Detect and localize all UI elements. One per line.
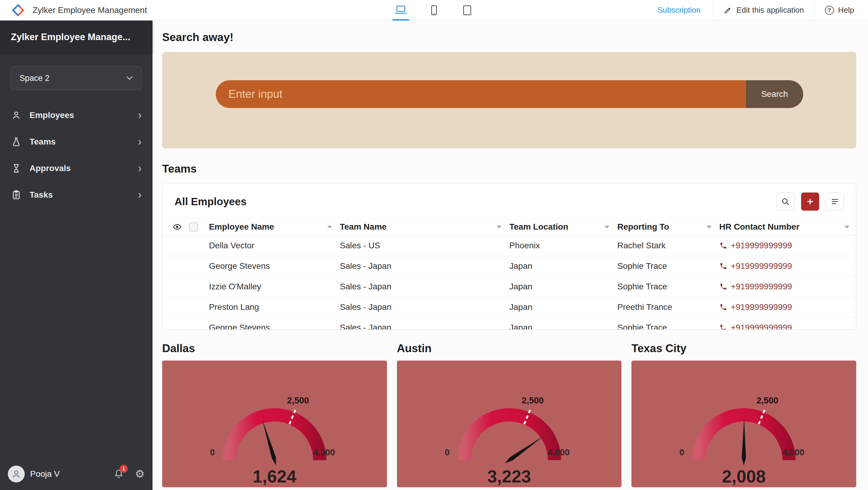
chevron-right-icon: ›	[138, 136, 142, 147]
gauge-card: 2,500 0 4,000 3,223	[397, 361, 622, 487]
row-controls-cell	[162, 235, 208, 256]
device-tab-tablet[interactable]	[458, 0, 477, 21]
cell-hr-contact[interactable]: +919999999999	[718, 256, 856, 277]
table-row-partial[interactable]: George Stevens Sales - Japan Japan Sophi…	[162, 317, 856, 330]
phone-icon	[719, 262, 727, 270]
search-button[interactable]: Search	[746, 80, 803, 108]
add-record-button[interactable]	[801, 193, 819, 211]
main-content: Search away! Search Teams All Employees	[153, 21, 868, 490]
column-header-team-name[interactable]: Team Name	[339, 219, 508, 235]
help-button[interactable]: ? Help	[815, 0, 864, 20]
sidebar-item-label: Employees	[30, 110, 74, 120]
gauge-max-label: 4,000	[313, 448, 335, 457]
table-menu-button[interactable]	[826, 193, 844, 211]
gauge-panel-dallas: Dallas 2,500 0 4,000 1,624	[162, 342, 387, 487]
cell-employee-name: George Stevens	[208, 317, 338, 330]
cell-hr-contact[interactable]: +919999999999	[718, 317, 856, 330]
phone-number: +919999999999	[731, 261, 792, 271]
topbar: Zylker Employee Management	[0, 0, 868, 21]
gear-icon[interactable]: ⚙	[135, 468, 145, 480]
search-panel: Search	[162, 52, 856, 148]
caret-down-icon[interactable]	[844, 226, 849, 228]
table-controls-header	[162, 219, 208, 235]
gauge-title: Austin	[397, 342, 622, 355]
hourglass-icon	[11, 163, 22, 173]
table-title: All Employees	[175, 196, 247, 208]
caret-down-icon[interactable]	[707, 226, 712, 228]
sidebar-item-teams[interactable]: Teams ›	[0, 128, 153, 155]
column-label: HR Contact Number	[719, 222, 800, 232]
cell-employee-name: George Stevens	[208, 256, 338, 277]
help-icon: ?	[825, 6, 834, 15]
sidebar-item-employees[interactable]: Employees ›	[0, 102, 153, 128]
cell-team-location: Japan	[508, 256, 616, 277]
gauge-value: 2,008	[631, 466, 856, 486]
phone-icon	[719, 242, 727, 250]
phone-icon	[719, 283, 727, 291]
device-tab-phone[interactable]	[424, 0, 444, 21]
cell-team-name: Sales - Japan	[339, 297, 508, 317]
select-all-checkbox[interactable]	[189, 222, 198, 231]
sidebar-item-label: Tasks	[30, 190, 53, 200]
notification-badge: 1	[120, 465, 128, 473]
cell-reporting-to: Preethi Trance	[616, 297, 718, 317]
column-header-employee-name[interactable]: Employee Name	[208, 219, 338, 235]
cell-hr-contact[interactable]: +919999999999	[718, 235, 856, 256]
cell-team-name: Sales - US	[339, 235, 508, 256]
table-row[interactable]: Preston Lang Sales - Japan Japan Preethi…	[162, 297, 856, 317]
cell-reporting-to: Sophie Trace	[616, 277, 718, 297]
sidebar-item-approvals[interactable]: Approvals ›	[0, 155, 153, 182]
table-row[interactable]: Della Vector Sales - US Phoenix Rachel S…	[162, 235, 856, 256]
flask-icon	[11, 137, 22, 147]
app-title: Zylker Employee Management	[33, 5, 147, 15]
app-logo[interactable]	[11, 4, 25, 17]
space-selector[interactable]: Space 2	[11, 66, 142, 90]
column-header-hr-contact[interactable]: HR Contact Number	[718, 219, 856, 235]
person-icon	[11, 110, 22, 120]
device-tab-desktop[interactable]	[391, 0, 410, 21]
caret-down-icon[interactable]	[497, 226, 501, 228]
cell-reporting-to: Sophie Trace	[616, 256, 718, 277]
cell-reporting-to: Sophie Trace	[616, 317, 718, 330]
menu-icon	[831, 198, 839, 205]
cell-team-name: Sales - Japan	[339, 277, 508, 297]
notifications-button[interactable]: 1	[112, 469, 125, 479]
edit-application-label: Edit this application	[736, 5, 804, 15]
cell-hr-contact[interactable]: +919999999999	[718, 297, 856, 317]
teams-section-heading: Teams	[162, 162, 856, 176]
space-selector-value: Space 2	[20, 74, 50, 83]
gauge-max-label: 4,000	[548, 448, 570, 457]
cell-team-location: Phoenix	[508, 235, 616, 256]
column-header-reporting-to[interactable]: Reporting To	[616, 219, 718, 235]
gauge-min-label: 0	[445, 448, 450, 457]
gauge-min-label: 0	[679, 448, 684, 457]
column-label: Team Name	[340, 222, 387, 232]
gauges-section: Dallas 2,500 0 4,000 1,624 Austin	[162, 342, 856, 487]
caret-down-icon[interactable]	[327, 226, 332, 228]
sidebar: Zylker Employee Manage... Space 2 Employ…	[0, 21, 153, 490]
sidebar-nav: Employees › Teams › Approvals	[0, 102, 153, 208]
employees-table: Employee Name Team Name Team Location Re…	[162, 219, 856, 330]
search-section-heading: Search away!	[162, 31, 856, 44]
cell-team-location: Japan	[508, 317, 616, 330]
phone-number: +919999999999	[731, 323, 792, 330]
edit-application-button[interactable]: Edit this application	[713, 0, 814, 20]
sidebar-app-title: Zylker Employee Manage...	[0, 21, 153, 54]
laptop-icon	[394, 5, 407, 16]
pencil-icon	[724, 6, 732, 15]
search-input[interactable]	[216, 80, 746, 108]
column-header-team-location[interactable]: Team Location	[508, 219, 616, 235]
sidebar-item-label: Teams	[30, 137, 56, 147]
sidebar-item-tasks[interactable]: Tasks ›	[0, 182, 153, 208]
caret-down-icon[interactable]	[604, 226, 610, 228]
column-label: Employee Name	[209, 222, 274, 232]
table-row[interactable]: George Stevens Sales - Japan Japan Sophi…	[162, 256, 856, 277]
user-avatar[interactable]	[8, 466, 25, 483]
table-row[interactable]: Izzie O'Malley Sales - Japan Japan Sophi…	[162, 277, 856, 297]
subscription-link[interactable]: Subscription	[645, 0, 713, 20]
cell-employee-name: Della Vector	[208, 235, 338, 256]
table-search-button[interactable]	[776, 193, 795, 211]
phone-device-icon	[430, 5, 438, 16]
cell-hr-contact[interactable]: +919999999999	[718, 277, 856, 297]
eye-icon[interactable]	[173, 222, 182, 231]
